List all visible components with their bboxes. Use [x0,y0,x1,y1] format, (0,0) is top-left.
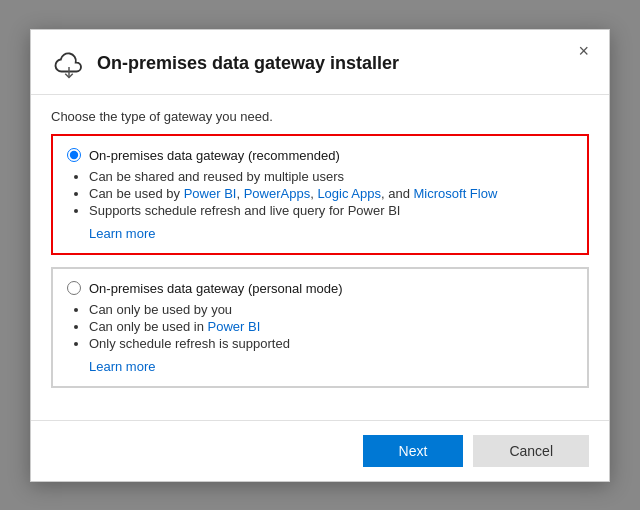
option-personal[interactable]: On-premises data gateway (personal mode)… [51,267,589,388]
option-personal-header: On-premises data gateway (personal mode) [67,281,573,296]
bullet-schedule-only: Only schedule refresh is supported [89,336,573,351]
flow-link: Microsoft Flow [414,186,498,201]
powerbi-link: Power BI [184,186,237,201]
dialog-subtitle: Choose the type of gateway you need. [31,95,609,134]
option-recommended[interactable]: On-premises data gateway (recommended) C… [51,134,589,255]
options-area: On-premises data gateway (recommended) C… [31,134,609,420]
option-recommended-title: On-premises data gateway (recommended) [89,148,340,163]
dialog-footer: Next Cancel [31,420,609,481]
learn-more-recommended[interactable]: Learn more [67,226,155,241]
dialog-container: On-premises data gateway installer × Cho… [30,29,610,482]
radio-personal[interactable] [67,281,81,295]
title-bar: On-premises data gateway installer × [31,30,609,95]
bullet-powerbi: Can be used by Power BI, PowerApps, Logi… [89,186,573,201]
bullet-only-you: Can only be used by you [89,302,573,317]
bullet-only-powerbi: Can only be used in Power BI [89,319,573,334]
next-button[interactable]: Next [363,435,464,467]
option-recommended-bullets: Can be shared and reused by multiple use… [67,169,573,218]
learn-more-personal[interactable]: Learn more [67,359,155,374]
radio-recommended[interactable] [67,148,81,162]
option-recommended-header: On-premises data gateway (recommended) [67,148,573,163]
powerbi-personal-link: Power BI [208,319,261,334]
bullet-shared: Can be shared and reused by multiple use… [89,169,573,184]
logicapps-link: Logic Apps [317,186,381,201]
bullet-schedule: Supports schedule refresh and live query… [89,203,573,218]
powerapps-link: PowerApps [244,186,310,201]
option-personal-bullets: Can only be used by you Can only be used… [67,302,573,351]
close-button[interactable]: × [572,40,595,62]
dialog-title: On-premises data gateway installer [97,53,399,74]
option-personal-title: On-premises data gateway (personal mode) [89,281,343,296]
cancel-button[interactable]: Cancel [473,435,589,467]
cloud-icon [51,46,87,82]
